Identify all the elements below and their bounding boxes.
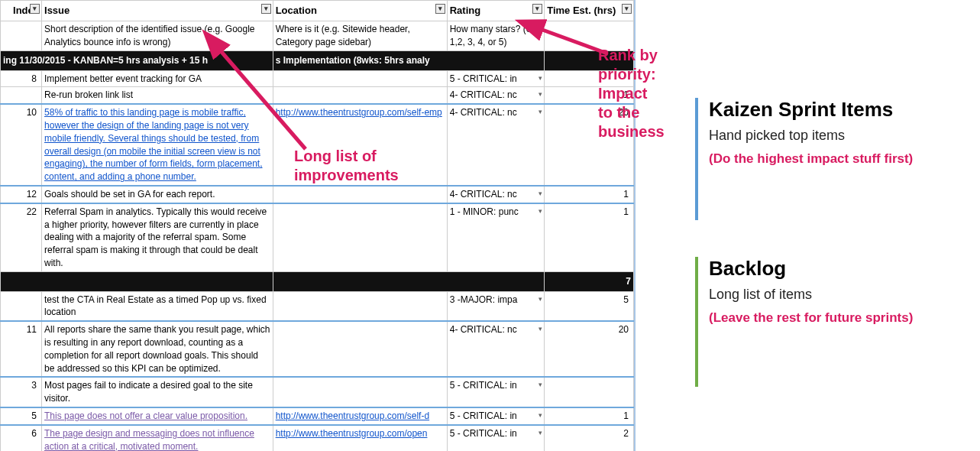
table-row[interactable]: test the CTA in Real Estate as a timed P…: [1, 291, 634, 321]
cell: 8: [1, 70, 42, 87]
col-header-label: Rating: [450, 5, 480, 16]
cell: 20: [545, 321, 634, 377]
cell: 5 - CRITICAL: in▾: [447, 377, 545, 407]
filter-icon[interactable]: ▾: [532, 4, 542, 14]
hint-location: Where is it (e.g. Sitewide header, Categ…: [273, 21, 447, 51]
kaizen-sub: Hand picked top items: [709, 128, 970, 144]
cell: 11: [1, 321, 42, 377]
cell: 5 - CRITICAL: in▾: [447, 70, 545, 87]
filter-icon[interactable]: ▾: [435, 4, 445, 14]
table-row[interactable]: 6The page design and messaging does not …: [1, 425, 634, 451]
col-header-location[interactable]: Location ▾: [273, 1, 447, 21]
blue-bar: [695, 98, 698, 220]
cell: [1, 291, 42, 321]
dropdown-icon[interactable]: ▾: [539, 380, 542, 390]
cell: Re-run broken link list: [42, 87, 273, 104]
issue-link[interactable]: This page does not offer a clear value p…: [44, 410, 247, 421]
kaizen-note: (Do the highest impact stuff first): [709, 151, 970, 167]
green-bar: [695, 257, 698, 387]
cell: [273, 203, 447, 271]
header-row: Index ▾ Issue ▾ Location ▾ Rating ▾ Time…: [1, 1, 634, 21]
table-row[interactable]: 3Most pages fail to indicate a desired g…: [1, 377, 634, 407]
cell: [273, 186, 447, 203]
group-header-row: 7: [1, 271, 634, 291]
cell: 4- CRITICAL: nc▾: [447, 321, 545, 377]
table-row[interactable]: 12Goals should be set in GA for each rep…: [1, 186, 634, 203]
location-link[interactable]: http://www.theentrustgroup.com/self-emp: [276, 107, 442, 118]
cell: 6: [1, 425, 42, 451]
location-link[interactable]: http://www.theentrustgroup.com/self-d: [276, 410, 429, 421]
filter-icon[interactable]: ▾: [622, 4, 632, 14]
issue-link[interactable]: 58% of traffic to this landing page is m…: [44, 107, 262, 182]
cell: All reports share the same thank you res…: [42, 321, 273, 377]
group-header-right: 7: [545, 271, 634, 291]
dropdown-icon[interactable]: ▾: [539, 189, 542, 199]
cell: 4- CRITICAL: nc▾: [447, 186, 545, 203]
cell: 5: [1, 407, 42, 425]
dropdown-icon[interactable]: ▾: [539, 107, 542, 117]
cell: 22: [1, 203, 42, 271]
dropdown-icon[interactable]: ▾: [539, 410, 542, 420]
cell: [273, 321, 447, 377]
dropdown-icon[interactable]: ▾: [539, 206, 542, 216]
group-header-row: ing 11/30/2015 - KANBAN=5 hrs analysis +…: [1, 50, 634, 70]
dropdown-icon[interactable]: ▾: [539, 294, 542, 304]
cell: 10: [1, 104, 42, 186]
col-header-label: Issue: [44, 5, 70, 16]
group-header-left: ing 11/30/2015 - KANBAN=5 hrs analysis +…: [1, 50, 273, 70]
cell: [545, 70, 634, 87]
right-panel: Kaizen Sprint Items Hand picked top item…: [695, 98, 970, 417]
cell: [545, 377, 634, 407]
cell: Implement better event tracking for GA: [42, 70, 273, 87]
col-header-issue[interactable]: Issue ▾: [42, 1, 273, 21]
table-row[interactable]: 11All reports share the same thank you r…: [1, 321, 634, 377]
filter-icon[interactable]: ▾: [30, 4, 40, 14]
col-header-rating[interactable]: Rating ▾: [447, 1, 545, 21]
cell: 1: [545, 87, 634, 104]
dropdown-icon[interactable]: ▾: [539, 324, 542, 334]
table-row[interactable]: 5This page does not offer a clear value …: [1, 407, 634, 425]
cell: 1: [545, 407, 634, 425]
cell: test the CTA in Real Estate as a timed P…: [42, 291, 273, 321]
cell: 5 - CRITICAL: in▾: [447, 407, 545, 425]
issue-link[interactable]: The page design and messaging does not i…: [44, 428, 254, 451]
cell: 3: [1, 377, 42, 407]
table-row[interactable]: 1058% of traffic to this landing page is…: [1, 104, 634, 186]
cell: 5: [545, 291, 634, 321]
table-row[interactable]: 22Referral Spam in analytics. Typically …: [1, 203, 634, 271]
table-row[interactable]: 8Implement better event tracking for GA5…: [1, 70, 634, 87]
backlog-block: Backlog Long list of items (Leave the re…: [695, 257, 970, 387]
cell: [273, 377, 447, 407]
group-header-right: [545, 50, 634, 70]
dropdown-icon[interactable]: ▾: [539, 89, 542, 99]
cell: 5 - CRITICAL: in▾: [447, 425, 545, 451]
cell: Goals should be set in GA for each repor…: [42, 186, 273, 203]
cell: 58% of traffic to this landing page is m…: [42, 104, 273, 186]
group-header-mid: [273, 271, 545, 291]
group-header-left: [1, 271, 273, 291]
cell: 3 -MAJOR: impa▾: [447, 291, 545, 321]
cell: 20: [545, 104, 634, 186]
cell: [273, 70, 447, 87]
cell: 2: [545, 425, 634, 451]
cell: http://www.theentrustgroup.com/open: [273, 425, 447, 451]
spreadsheet[interactable]: Index ▾ Issue ▾ Location ▾ Rating ▾ Time…: [0, 0, 636, 451]
filter-icon[interactable]: ▾: [261, 4, 271, 14]
backlog-sub: Long list of items: [709, 287, 970, 303]
table-body: ing 11/30/2015 - KANBAN=5 hrs analysis +…: [1, 50, 634, 451]
cell: 4- CRITICAL: nc▾: [447, 87, 545, 104]
cell: [1, 87, 42, 104]
col-header-time[interactable]: Time Est. (hrs) ▾: [545, 1, 634, 21]
location-link[interactable]: http://www.theentrustgroup.com/open: [276, 428, 428, 439]
hint-issue: Short description of the identified issu…: [42, 21, 273, 51]
dropdown-icon[interactable]: ▾: [539, 73, 542, 83]
col-header-index[interactable]: Index ▾: [1, 1, 42, 21]
dropdown-icon[interactable]: ▾: [539, 428, 542, 438]
cell: [273, 291, 447, 321]
group-header-mid: s Implementation (8wks: 5hrs analy: [273, 50, 545, 70]
table-row[interactable]: Re-run broken link list4- CRITICAL: nc▾1: [1, 87, 634, 104]
col-header-label: Location: [276, 5, 317, 16]
cell: The page design and messaging does not i…: [42, 425, 273, 451]
hint-row: Short description of the identified issu…: [1, 21, 634, 51]
cell: 1: [545, 203, 634, 271]
